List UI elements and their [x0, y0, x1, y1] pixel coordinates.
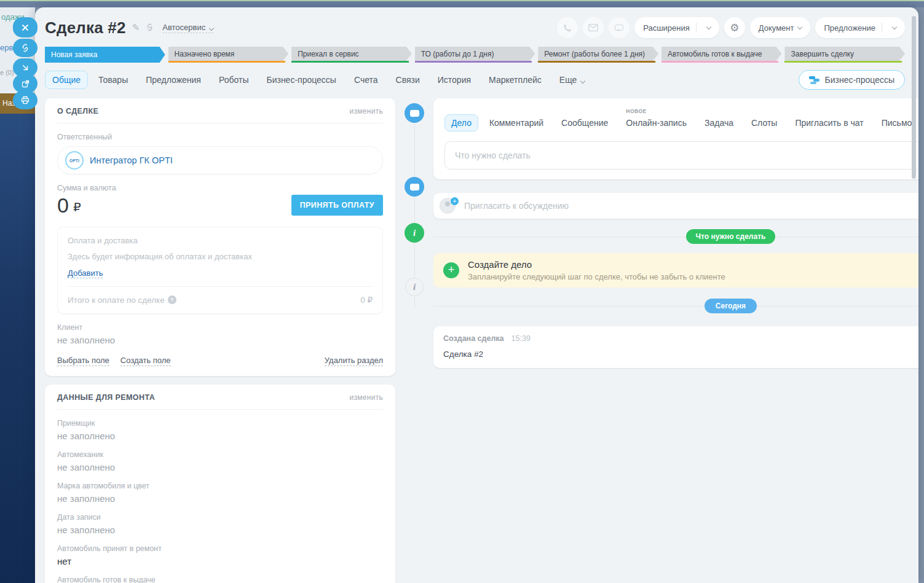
browser-top-strip	[0, 0, 924, 7]
responsible-field[interactable]: OPTI Интегратор ГК OPTI	[57, 146, 383, 174]
edit-title-icon[interactable]: ✎	[132, 22, 140, 33]
settings-button[interactable]: ⚙	[724, 17, 745, 38]
invite-discussion-bar[interactable]: Пригласить к обсуждению	[433, 193, 918, 219]
edit-section-link[interactable]: изменить	[349, 393, 383, 402]
client-field: Клиент не заполнено	[57, 323, 383, 345]
info-gray-icon: i	[405, 278, 424, 296]
client-label: Клиент	[57, 323, 383, 332]
stage-label: ТО (работы до 1 дня)	[421, 50, 494, 58]
field-value[interactable]: не заполнено	[57, 525, 383, 535]
divider	[882, 23, 882, 33]
gear-icon: ⚙	[730, 22, 739, 34]
stage-label: Назначено время	[175, 50, 235, 58]
business-processes-button[interactable]: Бизнес-процессы	[799, 70, 905, 90]
repair-field: Автомобиль принят в ремонт нет	[57, 544, 383, 566]
copy-link-icon[interactable]	[146, 23, 154, 33]
deal-currency: ₽	[73, 200, 81, 214]
timeline-rail: i i	[395, 98, 433, 583]
printer-icon	[21, 96, 30, 104]
add-payment-link[interactable]: Добавить	[68, 268, 103, 278]
stage-chip[interactable]: Назначено время	[168, 47, 289, 63]
open-new-window-button[interactable]	[13, 74, 38, 93]
todo-input[interactable]: Что нужно сделать действия	[444, 141, 918, 170]
stage-chip[interactable]: Ремонт (работы более 1 дня)	[538, 47, 658, 63]
stage-label: Новая заявка	[51, 50, 97, 59]
phone-icon	[563, 23, 572, 33]
date-badge[interactable]: Сегодня	[705, 299, 757, 313]
category-selector[interactable]: Автосервис	[162, 23, 213, 33]
stage-chip[interactable]: Новая заявка	[45, 47, 165, 63]
field-value[interactable]: не заполнено	[57, 431, 383, 441]
deal-tab[interactable]: Еще	[552, 71, 593, 89]
composer-tab[interactable]: Сообщение	[555, 114, 615, 131]
about-deal-card: О СДЕЛКЕ изменить Ответственный OPTI Инт…	[45, 98, 395, 376]
stage-chip[interactable]: Приехал в сервис	[291, 47, 412, 63]
document-button[interactable]: Документ	[750, 17, 811, 38]
responsible-name-link[interactable]: Интегратор ГК OPTI	[90, 155, 173, 165]
chevron-down-icon	[797, 24, 802, 29]
select-field-link[interactable]: Выбрать поле	[57, 356, 109, 366]
scrollbar[interactable]	[912, 16, 916, 179]
deal-tab[interactable]: Роботы	[211, 71, 256, 89]
proposal-button[interactable]: Предложение	[815, 17, 905, 38]
deal-tabs-row: ОбщиеТоварыПредложенияРоботыБизнес-проце…	[45, 70, 905, 90]
chevron-down-icon	[706, 24, 711, 29]
field-label: Марка автомобиля и цвет	[57, 482, 383, 490]
chat-button[interactable]	[609, 17, 630, 38]
field-label: Автомобиль принят в ремонт	[57, 544, 383, 553]
divider	[68, 286, 373, 287]
print-button[interactable]	[13, 91, 38, 109]
deal-tab[interactable]: Товары	[91, 71, 135, 89]
chevron-down-icon	[209, 25, 214, 30]
entry-title: Создана сделка	[443, 334, 504, 343]
create-field-link[interactable]: Создать поле	[120, 356, 171, 366]
entry-body: Сделка #2	[443, 350, 918, 359]
field-value[interactable]: нет	[57, 556, 383, 566]
extensions-button[interactable]: Расширения	[634, 17, 719, 38]
field-label: Автомеханик	[57, 450, 383, 459]
deal-header: Сделка #2 ✎ Автосервис Расширения ⚙ Доку…	[35, 7, 918, 38]
composer-tab[interactable]: Задача	[698, 114, 740, 131]
payment-delivery-box: Оплата и доставка Здесь будет информация…	[57, 227, 383, 314]
plus-icon[interactable]: +	[443, 262, 459, 278]
stage-chip[interactable]: ТО (работы до 1 дня)	[415, 47, 535, 63]
deal-tab[interactable]: Общие	[45, 71, 88, 89]
close-slider-button[interactable]	[13, 17, 38, 37]
composer-tab[interactable]: Слоты	[744, 114, 784, 131]
create-activity-hint[interactable]: + Создайте дело Запланируйте следующий ш…	[433, 253, 918, 288]
deal-tab[interactable]: Счета	[347, 71, 385, 89]
timeline-entries: Создана сделка 15:39 Сделка #2	[433, 326, 918, 368]
timeline-entry[interactable]: Создана сделка 15:39 Сделка #2	[433, 326, 918, 368]
help-icon[interactable]: ?	[168, 295, 176, 304]
call-button[interactable]	[557, 17, 578, 38]
composer-tab[interactable]: Дело	[444, 114, 478, 131]
composer-tab[interactable]: Комментарий	[483, 114, 550, 131]
business-process-icon	[809, 76, 819, 84]
info-green-icon: i	[405, 223, 424, 243]
field-value[interactable]: не заполнено	[57, 493, 383, 504]
deal-content: О СДЕЛКЕ изменить Ответственный OPTI Инт…	[45, 98, 905, 583]
repair-field: Автомобиль готов к выдаче нет	[57, 576, 383, 583]
deal-tab[interactable]: История	[430, 71, 478, 89]
deal-tab[interactable]: Бизнес-процессы	[259, 71, 343, 89]
copy-link-button[interactable]	[13, 39, 38, 57]
composer-tab[interactable]: новоеОнлайн-запись	[619, 114, 693, 131]
chevron-down-icon	[892, 24, 897, 29]
email-button[interactable]	[583, 17, 604, 38]
deal-tab[interactable]: Маркетплейс	[481, 71, 549, 89]
edit-section-link[interactable]: изменить	[349, 107, 383, 115]
todo-placeholder: Что нужно сделать	[455, 151, 531, 160]
hint-title: Создайте дело	[468, 259, 725, 270]
stage-chip[interactable]: Завершить сделку	[784, 47, 905, 63]
discussion-chat-icon	[405, 177, 424, 197]
stage-chip[interactable]: Автомобиль готов к выдаче	[661, 47, 782, 63]
composer-tab[interactable]: Пригласить в чат	[788, 114, 870, 131]
accept-payment-button[interactable]: ПРИНЯТЬ ОПЛАТУ	[291, 195, 383, 216]
deal-tab[interactable]: Предложения	[138, 71, 208, 89]
sum-label: Сумма и валюта	[57, 184, 383, 192]
delete-section-link[interactable]: Удалить раздел	[325, 356, 383, 366]
deal-tab[interactable]: Связи	[389, 71, 427, 89]
client-value[interactable]: не заполнено	[57, 335, 383, 345]
chevron-down-icon	[580, 79, 585, 84]
field-value[interactable]: не заполнено	[57, 462, 383, 472]
